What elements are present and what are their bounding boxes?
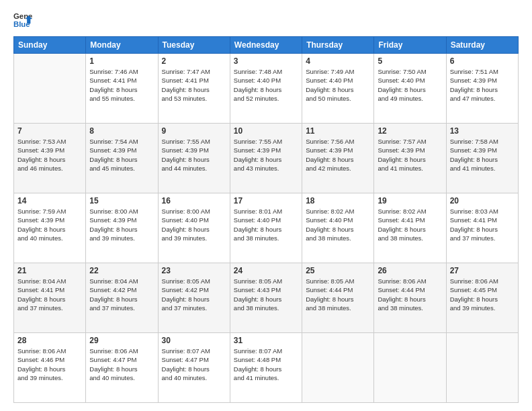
day-info: Sunrise: 8:06 AM Sunset: 4:44 PM Dayligh…: [378, 277, 442, 312]
calendar-cell: 6Sunrise: 7:51 AM Sunset: 4:39 PM Daylig…: [446, 54, 518, 124]
calendar-cell: 18Sunrise: 8:02 AM Sunset: 4:40 PM Dayli…: [302, 193, 374, 263]
day-number: 9: [162, 126, 226, 136]
calendar-header-friday: Friday: [374, 37, 446, 54]
day-number: 7: [17, 126, 82, 136]
day-number: 20: [450, 196, 515, 205]
day-number: 19: [378, 196, 442, 205]
calendar-week-3: 14Sunrise: 7:59 AM Sunset: 4:39 PM Dayli…: [14, 193, 519, 263]
day-number: 18: [306, 196, 370, 205]
day-number: 28: [17, 336, 82, 345]
calendar-header-sunday: Sunday: [14, 37, 86, 54]
day-number: 3: [234, 56, 298, 66]
day-number: 15: [89, 196, 154, 205]
calendar-cell: 26Sunrise: 8:06 AM Sunset: 4:44 PM Dayli…: [374, 263, 446, 333]
day-info: Sunrise: 8:00 AM Sunset: 4:40 PM Dayligh…: [162, 207, 226, 242]
calendar-week-4: 21Sunrise: 8:04 AM Sunset: 4:41 PM Dayli…: [14, 263, 519, 333]
day-number: 21: [17, 266, 82, 275]
day-info: Sunrise: 7:49 AM Sunset: 4:40 PM Dayligh…: [306, 67, 370, 103]
calendar-cell: 31Sunrise: 8:07 AM Sunset: 4:48 PM Dayli…: [230, 333, 302, 403]
day-number: 22: [89, 266, 154, 275]
page: General Blue SundayMondayTuesdayWednesda…: [0, 0, 532, 411]
calendar-cell: 17Sunrise: 8:01 AM Sunset: 4:40 PM Dayli…: [230, 193, 302, 263]
calendar-cell: 27Sunrise: 8:06 AM Sunset: 4:45 PM Dayli…: [446, 263, 518, 333]
day-number: 13: [450, 126, 515, 136]
calendar-cell: 23Sunrise: 8:05 AM Sunset: 4:42 PM Dayli…: [158, 263, 230, 333]
calendar-header-tuesday: Tuesday: [158, 37, 230, 54]
calendar-cell: 12Sunrise: 7:57 AM Sunset: 4:39 PM Dayli…: [374, 124, 446, 193]
calendar-cell: 29Sunrise: 8:06 AM Sunset: 4:47 PM Dayli…: [86, 333, 158, 403]
calendar-header-row: SundayMondayTuesdayWednesdayThursdayFrid…: [14, 37, 519, 54]
calendar-cell: 16Sunrise: 8:00 AM Sunset: 4:40 PM Dayli…: [158, 193, 230, 263]
day-info: Sunrise: 8:05 AM Sunset: 4:42 PM Dayligh…: [162, 277, 226, 312]
day-number: 29: [89, 336, 154, 345]
day-info: Sunrise: 7:53 AM Sunset: 4:39 PM Dayligh…: [17, 137, 82, 173]
day-number: 10: [234, 126, 298, 136]
day-number: 4: [306, 56, 370, 66]
day-info: Sunrise: 8:02 AM Sunset: 4:40 PM Dayligh…: [306, 207, 370, 242]
calendar-cell: [374, 333, 446, 403]
calendar-table: SundayMondayTuesdayWednesdayThursdayFrid…: [13, 36, 519, 403]
day-number: 2: [162, 56, 226, 66]
calendar-header-saturday: Saturday: [446, 37, 518, 54]
day-number: 5: [378, 56, 442, 66]
calendar-cell: 3Sunrise: 7:48 AM Sunset: 4:40 PM Daylig…: [230, 54, 302, 124]
calendar-header-monday: Monday: [86, 37, 158, 54]
day-info: Sunrise: 7:47 AM Sunset: 4:41 PM Dayligh…: [162, 67, 226, 103]
day-info: Sunrise: 7:56 AM Sunset: 4:39 PM Dayligh…: [306, 137, 370, 173]
day-number: 26: [378, 266, 442, 275]
day-info: Sunrise: 7:50 AM Sunset: 4:40 PM Dayligh…: [378, 67, 442, 103]
day-number: 12: [378, 126, 442, 136]
day-info: Sunrise: 8:07 AM Sunset: 4:48 PM Dayligh…: [234, 347, 298, 382]
day-number: 8: [89, 126, 154, 136]
calendar-cell: 4Sunrise: 7:49 AM Sunset: 4:40 PM Daylig…: [302, 54, 374, 124]
calendar-cell: 21Sunrise: 8:04 AM Sunset: 4:41 PM Dayli…: [14, 263, 86, 333]
day-info: Sunrise: 8:02 AM Sunset: 4:41 PM Dayligh…: [378, 207, 442, 242]
calendar-cell: [14, 54, 86, 124]
day-info: Sunrise: 8:05 AM Sunset: 4:44 PM Dayligh…: [306, 277, 370, 312]
day-number: 14: [17, 196, 82, 205]
day-info: Sunrise: 7:46 AM Sunset: 4:41 PM Dayligh…: [89, 67, 154, 103]
day-info: Sunrise: 8:03 AM Sunset: 4:41 PM Dayligh…: [450, 207, 515, 242]
day-info: Sunrise: 7:57 AM Sunset: 4:39 PM Dayligh…: [378, 137, 442, 173]
header: General Blue: [13, 11, 519, 30]
calendar-cell: 2Sunrise: 7:47 AM Sunset: 4:41 PM Daylig…: [158, 54, 230, 124]
calendar-cell: 1Sunrise: 7:46 AM Sunset: 4:41 PM Daylig…: [86, 54, 158, 124]
day-info: Sunrise: 8:04 AM Sunset: 4:42 PM Dayligh…: [89, 277, 154, 312]
day-number: 6: [450, 56, 515, 66]
calendar-cell: 14Sunrise: 7:59 AM Sunset: 4:39 PM Dayli…: [14, 193, 86, 263]
calendar-cell: 9Sunrise: 7:55 AM Sunset: 4:39 PM Daylig…: [158, 124, 230, 193]
logo-icon: General Blue: [13, 11, 32, 30]
calendar-header-thursday: Thursday: [302, 37, 374, 54]
calendar-week-1: 1Sunrise: 7:46 AM Sunset: 4:41 PM Daylig…: [14, 54, 519, 124]
day-info: Sunrise: 8:00 AM Sunset: 4:39 PM Dayligh…: [89, 207, 154, 242]
calendar-cell: 7Sunrise: 7:53 AM Sunset: 4:39 PM Daylig…: [14, 124, 86, 193]
day-number: 16: [162, 196, 226, 205]
calendar-cell: 22Sunrise: 8:04 AM Sunset: 4:42 PM Dayli…: [86, 263, 158, 333]
day-info: Sunrise: 8:04 AM Sunset: 4:41 PM Dayligh…: [17, 277, 82, 312]
day-info: Sunrise: 7:51 AM Sunset: 4:39 PM Dayligh…: [450, 67, 515, 103]
day-number: 30: [162, 336, 226, 345]
day-number: 17: [234, 196, 298, 205]
day-number: 27: [450, 266, 515, 275]
day-info: Sunrise: 8:06 AM Sunset: 4:47 PM Dayligh…: [89, 347, 154, 382]
calendar-week-5: 28Sunrise: 8:06 AM Sunset: 4:46 PM Dayli…: [14, 333, 519, 403]
day-number: 11: [306, 126, 370, 136]
logo: General Blue: [13, 11, 32, 30]
calendar-cell: 13Sunrise: 7:58 AM Sunset: 4:39 PM Dayli…: [446, 124, 518, 193]
day-info: Sunrise: 7:54 AM Sunset: 4:39 PM Dayligh…: [89, 137, 154, 173]
day-number: 23: [162, 266, 226, 275]
calendar-cell: 19Sunrise: 8:02 AM Sunset: 4:41 PM Dayli…: [374, 193, 446, 263]
calendar-cell: 30Sunrise: 8:07 AM Sunset: 4:47 PM Dayli…: [158, 333, 230, 403]
day-number: 1: [89, 56, 154, 66]
day-info: Sunrise: 8:07 AM Sunset: 4:47 PM Dayligh…: [162, 347, 226, 382]
calendar-cell: 24Sunrise: 8:05 AM Sunset: 4:43 PM Dayli…: [230, 263, 302, 333]
calendar-cell: 10Sunrise: 7:55 AM Sunset: 4:39 PM Dayli…: [230, 124, 302, 193]
calendar-cell: 20Sunrise: 8:03 AM Sunset: 4:41 PM Dayli…: [446, 193, 518, 263]
calendar-cell: 15Sunrise: 8:00 AM Sunset: 4:39 PM Dayli…: [86, 193, 158, 263]
day-number: 25: [306, 266, 370, 275]
day-info: Sunrise: 8:01 AM Sunset: 4:40 PM Dayligh…: [234, 207, 298, 242]
day-number: 24: [234, 266, 298, 275]
day-info: Sunrise: 8:06 AM Sunset: 4:46 PM Dayligh…: [17, 347, 82, 382]
calendar-cell: 25Sunrise: 8:05 AM Sunset: 4:44 PM Dayli…: [302, 263, 374, 333]
day-info: Sunrise: 7:55 AM Sunset: 4:39 PM Dayligh…: [234, 137, 298, 173]
